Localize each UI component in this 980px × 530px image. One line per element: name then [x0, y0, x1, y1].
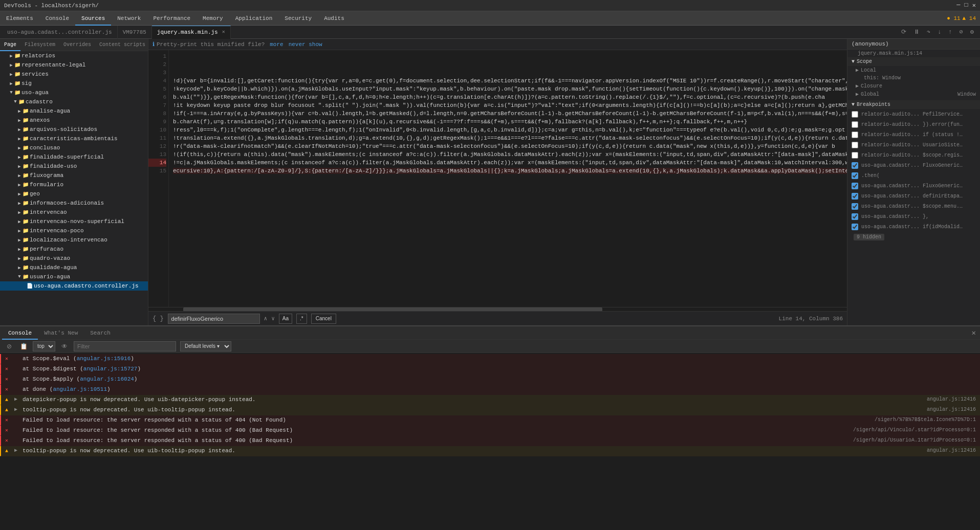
tree-item-analise-agua[interactable]: ▶ 📁 analise-agua: [0, 106, 148, 116]
find-regex-btn[interactable]: .*: [296, 314, 307, 324]
bp-checkbox-11[interactable]: [852, 213, 858, 220]
tree-item-geo[interactable]: ▶ 📁 geo: [0, 189, 148, 198]
nav-tab-security[interactable]: Security: [278, 11, 318, 26]
close-file-tab-icon[interactable]: ✕: [222, 26, 225, 39]
tree-item-relatorios[interactable]: ▶ 📁 relatorios: [0, 51, 148, 60]
bp-checkbox-5[interactable]: [852, 152, 858, 159]
bp-item-9[interactable]: uso-agua.cadastr... definirEtapaSy...: [847, 191, 980, 201]
console-filter-input[interactable]: [74, 341, 176, 351]
bp-item-8[interactable]: uso-agua.cadastr... FluxoGenericosS...: [847, 181, 980, 191]
tree-item-cadastro[interactable]: ▼ 📁 cadastro: [0, 97, 148, 106]
toggle-icon[interactable]: ▶: [14, 395, 20, 404]
tree-item-localizacao-intervencao[interactable]: ▶ 📁 localizacao-intervencao: [0, 235, 148, 245]
bp-item-2[interactable]: relatorio-audito... }).error(funct...: [847, 119, 980, 129]
bp-item-7[interactable]: .then(: [847, 170, 980, 181]
tree-item-uso-agua[interactable]: ▼ 📁 uso-agua: [0, 88, 148, 97]
pretty-print-more[interactable]: more: [270, 41, 283, 48]
bp-item-3[interactable]: relatorio-audito... if (status !==...: [847, 129, 980, 140]
nav-tab-audits[interactable]: Audits: [318, 11, 351, 26]
sidebar-tab-overrides[interactable]: Overrides: [59, 39, 95, 51]
file-tab-vm97785[interactable]: VM97785: [118, 26, 152, 39]
find-case-sensitive-btn[interactable]: Aa: [279, 314, 292, 324]
tree-item-usuario-agua[interactable]: ▼ 📁 usuario-agua: [0, 272, 148, 281]
bp-checkbox-1[interactable]: [852, 111, 858, 118]
sync-icon[interactable]: ⟳: [899, 28, 908, 36]
nav-tab-memory[interactable]: Memory: [197, 11, 229, 26]
console-source[interactable]: /sigerh/api/Vinculo/.star?idProcesso=0:1: [853, 426, 976, 434]
nav-tab-network[interactable]: Network: [111, 11, 147, 26]
toggle-icon[interactable]: ▶: [14, 447, 20, 455]
bp-checkbox-10[interactable]: [852, 203, 858, 210]
nav-tab-application[interactable]: Application: [229, 11, 279, 26]
console-source[interactable]: angular.js:12416: [927, 447, 976, 455]
scope-closure[interactable]: ▶ Closure: [847, 82, 980, 90]
tree-item-finalidade-superficial[interactable]: ▶ 📁 finalidade-superficial: [0, 152, 148, 162]
tree-item-intervencao-poco[interactable]: ▶ 📁 intervencao-poco: [0, 226, 148, 235]
bp-checkbox-2[interactable]: [852, 121, 858, 128]
bp-checkbox-3[interactable]: [852, 131, 858, 138]
step-into-icon[interactable]: ↓: [935, 29, 943, 36]
close-bottom-panel-icon[interactable]: ✕: [972, 328, 980, 337]
nav-tab-sources[interactable]: Sources: [75, 11, 111, 26]
tree-item-services[interactable]: ▶ 📁 services: [0, 70, 148, 79]
nav-tab-elements[interactable]: Elements: [0, 11, 39, 26]
step-out-icon[interactable]: ↑: [946, 29, 954, 36]
preserve-log-btn[interactable]: 📋: [18, 341, 29, 351]
console-source[interactable]: /sigerh/api/UsuarioA.1tar?idProcesso=0:1: [853, 436, 976, 445]
tree-item-intervencao-novo[interactable]: ▶ 📁 intervencao-novo-superficial: [0, 217, 148, 226]
scope-this[interactable]: this: Window: [847, 74, 980, 82]
tree-item-anexos[interactable]: ▶ 📁 anexos: [0, 116, 148, 125]
bp-checkbox-12[interactable]: [852, 224, 858, 230]
nav-tab-console[interactable]: Console: [39, 11, 75, 26]
sidebar-tab-page[interactable]: Page: [0, 39, 20, 51]
toggle-icon[interactable]: ▶: [14, 406, 20, 414]
deactivate-icon[interactable]: ⊘: [957, 28, 965, 36]
bp-item-10[interactable]: uso-agua.cadastr... $scope.menu.na...: [847, 201, 980, 211]
code-editor[interactable]: !d){var b={invalid:[],getCaret:function(…: [169, 50, 847, 307]
eye-icon[interactable]: 👁: [59, 341, 70, 351]
pretty-print-icon[interactable]: { }: [153, 315, 164, 322]
bp-checkbox-4[interactable]: [852, 142, 858, 148]
tree-item-arquivos-solicitados[interactable]: ▶ 📁 arquivos-solicitados: [0, 125, 148, 134]
sidebar-tab-filesystem[interactable]: Filesystem: [20, 39, 59, 51]
tree-item-quadro-vazao[interactable]: ▶ 📁 quadro-vazao: [0, 254, 148, 263]
win-minimize[interactable]: —: [956, 2, 960, 9]
tree-item-caracteristicas-ambientais[interactable]: ▶ 📁 caracteristicas-ambientais: [0, 134, 148, 143]
tree-item-perfuracao[interactable]: ▶ 📁 perfuracao: [0, 245, 148, 254]
bp-checkbox-9[interactable]: [852, 193, 858, 200]
step-over-icon[interactable]: ↷: [925, 28, 932, 36]
find-cancel-btn[interactable]: Cancel: [311, 314, 336, 324]
tree-item-intervencao[interactable]: ▶ 📁 intervencao: [0, 208, 148, 217]
file-tab-controller[interactable]: uso-agua.cadast...controller.js: [2, 26, 118, 39]
scope-local[interactable]: ▶ Local: [847, 66, 980, 74]
scope-section-header[interactable]: ▼ Scope: [847, 57, 980, 66]
find-down-icon[interactable]: ∨: [271, 315, 275, 322]
tree-item-conclusao[interactable]: ▶ 📁 conclusao: [0, 143, 148, 152]
bp-item-12[interactable]: uso-agua.cadastr... if(idModalidad...: [847, 222, 980, 232]
bottom-tab-search[interactable]: Search: [84, 326, 117, 340]
pause-icon[interactable]: ⏸: [911, 28, 922, 36]
find-up-icon[interactable]: ∧: [264, 315, 268, 322]
clear-console-btn[interactable]: ⊘: [4, 341, 14, 351]
context-selector[interactable]: top: [33, 341, 55, 351]
breakpoints-header[interactable]: ▼ Breakpoints: [847, 100, 980, 109]
tree-item-uso-agua-controller[interactable]: 📄 uso-agua.cadastro.controller.js: [0, 281, 148, 291]
tree-item-fluxograma[interactable]: ▶ 📁 fluxograma: [0, 171, 148, 180]
bp-checkbox-8[interactable]: [852, 183, 858, 189]
bp-item-6[interactable]: uso-agua.cadastr... FluxoGenericosS...: [847, 160, 980, 170]
bp-item-5[interactable]: relatorio-audito... $scope.regist...: [847, 150, 980, 160]
tree-item-formulario[interactable]: ▶ 📁 formulario: [0, 180, 148, 189]
log-level-selector[interactable]: Default levels ▾: [180, 341, 231, 351]
bp-checkbox-6[interactable]: [852, 162, 858, 169]
win-close[interactable]: ✕: [972, 2, 976, 9]
find-input[interactable]: [168, 314, 260, 324]
win-maximize[interactable]: □: [965, 2, 968, 9]
bottom-tab-whatsnew[interactable]: What's New: [38, 326, 84, 340]
bp-checkbox-7[interactable]: [852, 172, 858, 179]
call-stack-header[interactable]: (anonymous): [847, 39, 980, 50]
file-tab-jquery-mask[interactable]: jquery.mask.min.js ✕: [152, 26, 231, 39]
nav-tab-performance[interactable]: Performance: [147, 11, 197, 26]
pretty-print-never-show[interactable]: never show: [289, 41, 322, 48]
bp-item-1[interactable]: relatorio-audito... PefilService....: [847, 109, 980, 119]
scope-global[interactable]: ▶ Global Window: [847, 90, 980, 98]
